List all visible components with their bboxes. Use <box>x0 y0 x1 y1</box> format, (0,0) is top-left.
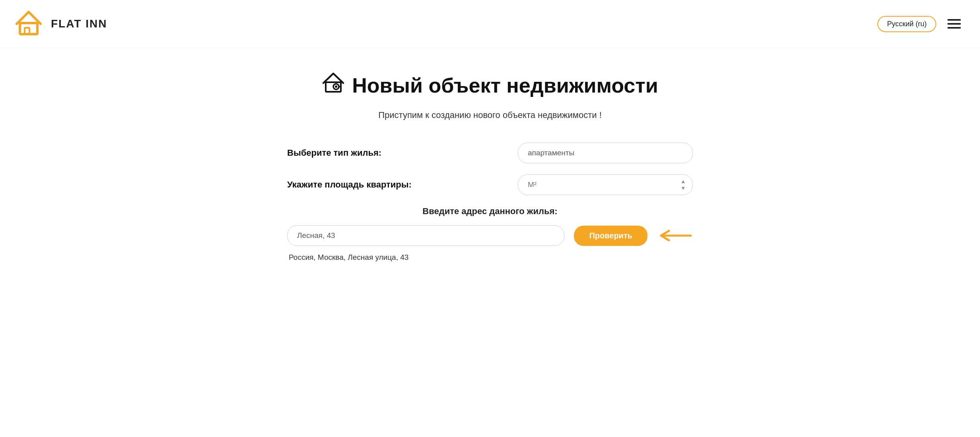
area-spinners[interactable]: ▲ ▼ <box>681 178 686 191</box>
address-row: Проверить <box>287 225 693 246</box>
area-input-wrap: ▲ ▼ <box>518 174 693 195</box>
hamburger-menu[interactable] <box>947 19 961 29</box>
arrow-icon <box>657 228 693 243</box>
main-content: Новый объект недвижимости Приступим к со… <box>271 48 709 294</box>
language-selector[interactable]: Русский (ru) <box>877 16 936 32</box>
verify-button[interactable]: Проверить <box>574 226 648 246</box>
area-label: Укажите площадь квартиры: <box>287 180 414 190</box>
area-input[interactable] <box>518 174 693 195</box>
page-heading: Новый объект недвижимости <box>287 72 693 99</box>
logo-text: FLAT INN <box>51 17 107 30</box>
address-result: Россия, Москва, Лесная улица, 43 <box>289 253 693 262</box>
spinner-down[interactable]: ▼ <box>681 185 686 191</box>
address-section: Введите адрес данного жилья: Проверить Р… <box>287 206 693 262</box>
address-input[interactable] <box>287 225 564 246</box>
logo-area: FLAT INN <box>13 7 107 41</box>
housing-type-control <box>518 143 693 163</box>
page-subtitle: Приступим к созданию нового объекта недв… <box>287 110 693 120</box>
page-title: Новый объект недвижимости <box>352 73 658 97</box>
address-section-title: Введите адрес данного жилья: <box>287 206 693 217</box>
header-right: Русский (ru) <box>877 16 961 32</box>
svg-rect-5 <box>338 86 341 87</box>
housing-type-row: Выберите тип жилья: <box>287 143 693 163</box>
area-row: Укажите площадь квартиры: ▲ ▼ <box>287 174 693 195</box>
svg-rect-6 <box>340 87 341 89</box>
spinner-up[interactable]: ▲ <box>681 178 686 184</box>
svg-point-4 <box>335 85 337 88</box>
housing-type-input[interactable] <box>518 143 693 163</box>
hamburger-line-1 <box>947 19 961 21</box>
area-control: ▲ ▼ <box>518 174 693 195</box>
header: FLAT INN Русский (ru) <box>0 0 980 48</box>
housing-type-label: Выберите тип жилья: <box>287 148 414 158</box>
house-key-icon <box>322 72 345 99</box>
hamburger-line-2 <box>947 23 961 25</box>
logo-icon <box>13 7 45 41</box>
hamburger-line-3 <box>947 27 961 29</box>
